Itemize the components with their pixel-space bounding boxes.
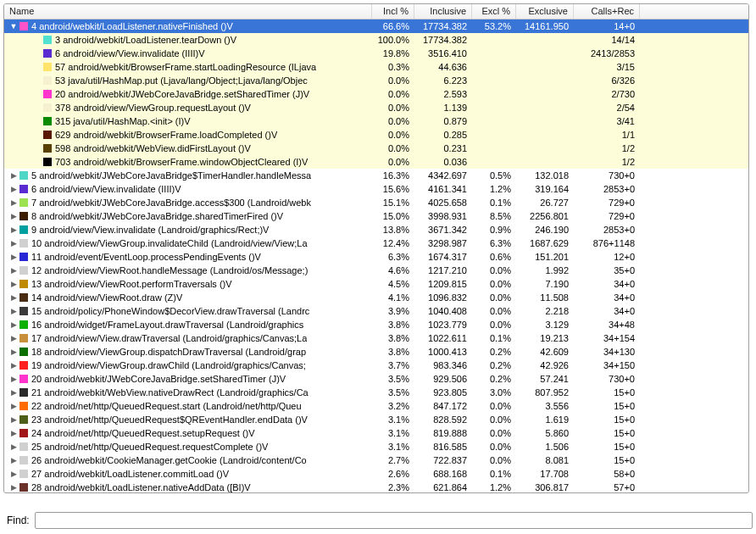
table-row[interactable]: ▶10 android/view/ViewGroup.invalidateChi… — [4, 236, 748, 250]
inclp-cell: 3.5% — [372, 372, 414, 386]
disclosure-right-icon[interactable]: ▶ — [9, 223, 18, 236]
color-swatch-icon — [19, 253, 28, 261]
disclosure-right-icon[interactable]: ▶ — [9, 453, 18, 467]
disclosure-right-icon[interactable]: ▶ — [9, 331, 18, 345]
table-row[interactable]: 53 java/util/HashMap.put (Ljava/lang/Obj… — [4, 74, 748, 87]
excl-cell: 151.201 — [516, 250, 574, 264]
disclosure-right-icon[interactable]: ▶ — [9, 345, 18, 359]
table-row[interactable]: ▶16 android/widget/FrameLayout.drawTrave… — [4, 318, 748, 331]
disclosure-right-icon[interactable]: ▶ — [9, 250, 18, 264]
table-row[interactable]: 3 android/webkit/LoadListener.tearDown (… — [4, 33, 748, 47]
col-excl-pct[interactable]: Excl % — [472, 4, 516, 19]
table-row[interactable]: ▶6 android/view/View.invalidate (IIII)V1… — [4, 182, 748, 196]
name-cell: ▶23 android/net/http/QueuedRequest$QREve… — [4, 413, 372, 426]
table-row[interactable]: ▶27 android/webkit/LoadListener.commitLo… — [4, 467, 748, 481]
method-label: 4 android/webkit/LoadListener.nativeFini… — [31, 19, 233, 33]
exclp-cell: 0.2% — [472, 345, 516, 359]
disclosure-right-icon[interactable]: ▶ — [9, 209, 18, 223]
disclosure-right-icon[interactable]: ▶ — [9, 196, 18, 209]
exclp-cell — [472, 101, 516, 114]
table-row[interactable]: ▶28 android/webkit/LoadListener.nativeAd… — [4, 481, 748, 492]
col-inclusive[interactable]: Inclusive — [414, 4, 472, 19]
name-cell: 3 android/webkit/LoadListener.tearDown (… — [4, 33, 372, 47]
incl-cell: 3298.987 — [414, 236, 472, 250]
table-row[interactable]: 57 android/webkit/BrowserFrame.startLoad… — [4, 60, 748, 74]
disclosure-right-icon[interactable]: ▶ — [9, 386, 18, 399]
col-exclusive[interactable]: Exclusive — [516, 4, 574, 19]
name-cell: 378 android/view/ViewGroup.requestLayout… — [4, 101, 372, 114]
excl-cell: 1.619 — [516, 413, 574, 426]
disclosure-right-icon[interactable]: ▶ — [9, 399, 18, 413]
incl-cell: 816.585 — [414, 440, 472, 453]
table-row[interactable]: 315 java/util/HashMap.<init> (I)V0.0%0.8… — [4, 114, 748, 128]
table-row[interactable]: ▶11 android/event/EventLoop.processPendi… — [4, 250, 748, 264]
col-calls-rec[interactable]: Calls+Rec — [574, 4, 640, 19]
name-cell: ▶11 android/event/EventLoop.processPendi… — [4, 250, 372, 264]
table-row[interactable]: ▶25 android/net/http/QueuedRequest.reque… — [4, 440, 748, 453]
table-row[interactable]: ▶5 android/webkit/JWebCoreJavaBridge$Tim… — [4, 169, 748, 182]
table-row[interactable]: ▶14 android/view/ViewRoot.draw (Z)V4.1%1… — [4, 291, 748, 304]
disclosure-right-icon[interactable]: ▶ — [9, 467, 18, 481]
disclosure-right-icon[interactable]: ▶ — [9, 318, 18, 331]
table-row[interactable]: 598 android/webkit/WebView.didFirstLayou… — [4, 142, 748, 155]
disclosure-right-icon[interactable]: ▶ — [9, 277, 18, 291]
table-row[interactable]: ▶12 android/view/ViewRoot.handleMessage … — [4, 264, 748, 277]
disclosure-right-icon[interactable]: ▶ — [9, 291, 18, 304]
exclp-cell — [472, 33, 516, 47]
table-row[interactable]: ▶15 android/policy/PhoneWindow$DecorView… — [4, 304, 748, 318]
disclosure-right-icon[interactable]: ▶ — [9, 481, 18, 492]
disclosure-right-icon[interactable]: ▶ — [9, 236, 18, 250]
disclosure-right-icon[interactable]: ▶ — [9, 182, 18, 196]
table-row[interactable]: ▶8 android/webkit/JWebCoreJavaBridge.sha… — [4, 209, 748, 223]
name-cell: 20 android/webkit/JWebCoreJavaBridge.set… — [4, 87, 372, 101]
table-row[interactable]: ▶22 android/net/http/QueuedRequest.start… — [4, 399, 748, 413]
table-row[interactable]: ▶17 android/view/View.drawTraversal (Lan… — [4, 331, 748, 345]
table-row[interactable]: ▶18 android/view/ViewGroup.dispatchDrawT… — [4, 345, 748, 359]
inclp-cell: 15.1% — [372, 196, 414, 209]
table-row[interactable]: ▶24 android/net/http/QueuedRequest.setup… — [4, 426, 748, 440]
table-row[interactable]: ▶19 android/view/ViewGroup.drawChild (La… — [4, 359, 748, 372]
inclp-cell: 15.6% — [372, 182, 414, 196]
method-label: 27 android/webkit/LoadListener.commitLoa… — [31, 467, 229, 481]
disclosure-right-icon[interactable]: ▶ — [9, 169, 18, 182]
inclp-cell: 3.1% — [372, 413, 414, 426]
table-row[interactable]: ▶7 android/webkit/JWebCoreJavaBridge.acc… — [4, 196, 748, 209]
table-row[interactable]: ▶20 android/webkit/JWebCoreJavaBridge.se… — [4, 372, 748, 386]
calls-cell: 14/14 — [574, 33, 640, 47]
exclp-cell — [472, 74, 516, 87]
table-row[interactable]: 703 android/webkit/BrowserFrame.windowOb… — [4, 155, 748, 169]
disclosure-down-icon[interactable]: ▼ — [9, 19, 18, 33]
color-swatch-icon — [19, 442, 28, 451]
table-row[interactable]: 6 android/view/View.invalidate (IIII)V19… — [4, 47, 748, 60]
disclosure-right-icon[interactable]: ▶ — [9, 426, 18, 440]
disclosure-right-icon[interactable]: ▶ — [9, 440, 18, 453]
color-swatch-icon — [19, 185, 28, 193]
table-row[interactable]: 20 android/webkit/JWebCoreJavaBridge.set… — [4, 87, 748, 101]
color-swatch-icon — [43, 158, 52, 166]
find-input[interactable] — [35, 512, 753, 529]
table-body[interactable]: ▼4 android/webkit/LoadListener.nativeFin… — [4, 19, 748, 492]
table-row[interactable]: 378 android/view/ViewGroup.requestLayout… — [4, 101, 748, 114]
excl-cell: 2256.801 — [516, 209, 574, 223]
table-row[interactable]: ▶26 android/webkit/CookieManager.getCook… — [4, 453, 748, 467]
inclp-cell: 3.5% — [372, 386, 414, 399]
table-row[interactable]: ▼4 android/webkit/LoadListener.nativeFin… — [4, 19, 748, 33]
color-swatch-icon — [43, 117, 52, 125]
exclp-cell — [472, 47, 516, 60]
table-row[interactable]: ▶23 android/net/http/QueuedRequest$QREve… — [4, 413, 748, 426]
calls-cell: 57+0 — [574, 481, 640, 492]
disclosure-right-icon[interactable]: ▶ — [9, 304, 18, 318]
disclosure-right-icon[interactable]: ▶ — [9, 359, 18, 372]
col-name[interactable]: Name — [4, 4, 372, 19]
disclosure-right-icon[interactable]: ▶ — [9, 372, 18, 386]
col-incl-pct[interactable]: Incl % — [372, 4, 414, 19]
calls-cell: 34+48 — [574, 318, 640, 331]
disclosure-right-icon[interactable]: ▶ — [9, 413, 18, 426]
table-row[interactable]: 629 android/webkit/BrowserFrame.loadComp… — [4, 128, 748, 142]
disclosure-right-icon[interactable]: ▶ — [9, 264, 18, 277]
table-row[interactable]: ▶21 android/webkit/WebView.nativeDrawRec… — [4, 386, 748, 399]
table-row[interactable]: ▶13 android/view/ViewRoot.performTravers… — [4, 277, 748, 291]
excl-cell — [516, 33, 574, 47]
table-row[interactable]: ▶9 android/view/View.invalidate (Landroi… — [4, 223, 748, 236]
exclp-cell — [472, 142, 516, 155]
